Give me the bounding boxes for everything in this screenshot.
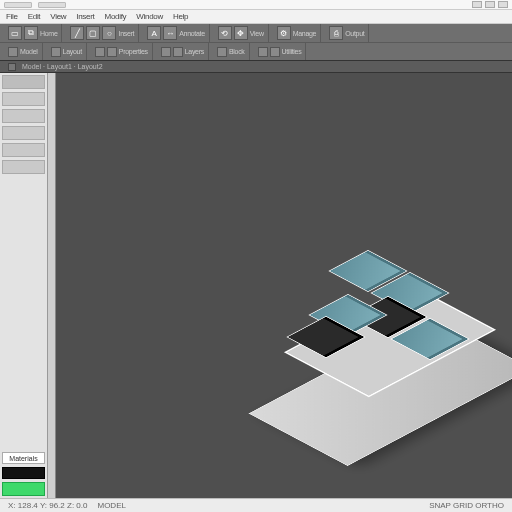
menu-edit[interactable]: Edit: [28, 12, 41, 21]
print-icon[interactable]: ⎙: [329, 26, 343, 40]
ribbon-group-utilities[interactable]: Utilities: [282, 48, 302, 55]
menu-view[interactable]: View: [50, 12, 66, 21]
close-button[interactable]: [498, 1, 508, 8]
gear-icon[interactable]: ⚙: [277, 26, 291, 40]
calc-icon[interactable]: [270, 47, 280, 57]
dim-icon[interactable]: ↔: [163, 26, 177, 40]
ribbon-row-2: Model Layout Properties Layers Block Uti…: [0, 42, 512, 60]
menu-modify[interactable]: Modify: [105, 12, 127, 21]
vertical-ruler: [48, 73, 56, 498]
menu-help[interactable]: Help: [173, 12, 188, 21]
ribbon-row-1: ▭⧉Home ╱▢○Insert A↔Annotate ⟲✥View ⚙Mana…: [0, 24, 512, 42]
ribbon: ▭⧉Home ╱▢○Insert A↔Annotate ⟲✥View ⚙Mana…: [0, 24, 512, 61]
layers-icon[interactable]: [161, 47, 171, 57]
palette-header[interactable]: [2, 75, 45, 89]
menu-file[interactable]: File: [6, 12, 18, 21]
status-snap[interactable]: SNAP GRID ORTHO: [429, 501, 504, 510]
main: Materials: [0, 73, 512, 498]
pan-icon[interactable]: ✥: [234, 26, 248, 40]
menubar: File Edit View Insert Modify Window Help: [0, 10, 512, 24]
props2-icon[interactable]: [107, 47, 117, 57]
model-stage[interactable]: [220, 201, 512, 461]
ribbon-group-block[interactable]: Block: [229, 48, 245, 55]
utility-strip: Model · Layout1 · Layout2: [0, 61, 512, 73]
status-bar: X: 128.4 Y: 96.2 Z: 0.0 MODEL SNAP GRID …: [0, 498, 512, 512]
orbit-icon[interactable]: ⟲: [218, 26, 232, 40]
status-mode[interactable]: MODEL: [97, 501, 125, 510]
palette-item[interactable]: [2, 92, 45, 106]
palette-item[interactable]: [2, 126, 45, 140]
ribbon-group-model[interactable]: Model: [20, 48, 38, 55]
menu-window[interactable]: Window: [136, 12, 163, 21]
props-icon[interactable]: [95, 47, 105, 57]
ribbon-group-annotate[interactable]: Annotate: [179, 30, 205, 37]
ribbon-group-view[interactable]: View: [250, 30, 264, 37]
left-panel: Materials: [0, 73, 48, 498]
measure-icon[interactable]: [258, 47, 268, 57]
tool-palette: Materials: [0, 73, 47, 498]
new-icon[interactable]: ▭: [8, 26, 22, 40]
menu-insert[interactable]: Insert: [76, 12, 94, 21]
breadcrumb[interactable]: Model · Layout1 · Layout2: [22, 63, 103, 70]
viewport[interactable]: [56, 73, 512, 498]
layout-tab-icon[interactable]: [8, 63, 16, 71]
ribbon-group-output[interactable]: Output: [345, 30, 364, 37]
palette-item[interactable]: [2, 109, 45, 123]
ribbon-group-home[interactable]: Home: [40, 30, 57, 37]
text-icon[interactable]: A: [147, 26, 161, 40]
doc-tab[interactable]: [38, 2, 66, 8]
ribbon-group-properties[interactable]: Properties: [119, 48, 148, 55]
app-tab[interactable]: [4, 2, 32, 8]
ribbon-group-layout[interactable]: Layout: [63, 48, 82, 55]
block-icon[interactable]: [217, 47, 227, 57]
ribbon-group-manage[interactable]: Manage: [293, 30, 317, 37]
palette-label: Materials: [2, 452, 45, 464]
maximize-button[interactable]: [485, 1, 495, 8]
palette-swatch-dark[interactable]: [2, 467, 45, 479]
minimize-button[interactable]: [472, 1, 482, 8]
line-icon[interactable]: ╱: [70, 26, 84, 40]
layout-icon[interactable]: [51, 47, 61, 57]
status-coords: X: 128.4 Y: 96.2 Z: 0.0: [8, 501, 87, 510]
open-icon[interactable]: ⧉: [24, 26, 38, 40]
layeriso-icon[interactable]: [173, 47, 183, 57]
rect-icon[interactable]: ▢: [86, 26, 100, 40]
palette-item[interactable]: [2, 160, 45, 174]
ribbon-group-layers[interactable]: Layers: [185, 48, 204, 55]
palette-selected[interactable]: [2, 482, 45, 496]
titlebar: [0, 0, 512, 10]
palette-item[interactable]: [2, 143, 45, 157]
ribbon-group-insert[interactable]: Insert: [118, 30, 134, 37]
model-icon[interactable]: [8, 47, 18, 57]
circle-icon[interactable]: ○: [102, 26, 116, 40]
